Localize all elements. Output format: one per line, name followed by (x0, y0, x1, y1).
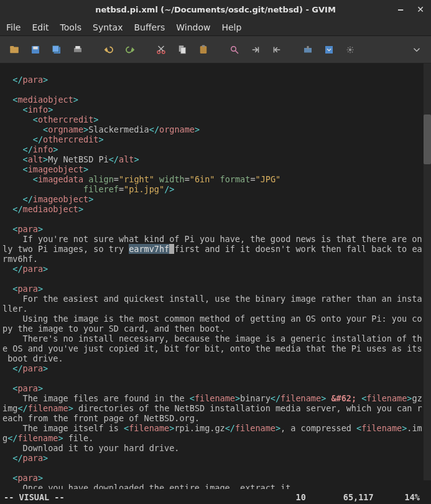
paste-icon[interactable] (195, 42, 211, 58)
menubar: File Edit Tools Syntax Buffers Window He… (0, 19, 431, 36)
window-title: netbsd.pi.xml (~/Documents/osdc.git/netb… (5, 5, 426, 14)
scrollbar-thumb[interactable] (424, 114, 431, 164)
menu-tools[interactable]: Tools (60, 22, 82, 32)
save-session-icon[interactable] (321, 42, 337, 58)
undo-icon[interactable] (101, 42, 117, 58)
redo-icon[interactable] (122, 42, 138, 58)
menu-file[interactable]: File (6, 22, 21, 32)
toolbar-dropdown-icon[interactable] (409, 42, 425, 58)
open-file-icon[interactable] (6, 42, 22, 58)
window-controls: ‒ ✕ (396, 5, 425, 14)
svg-rect-5 (52, 45, 59, 52)
svg-point-14 (231, 46, 236, 51)
menu-help[interactable]: Help (221, 22, 241, 32)
svg-rect-16 (325, 46, 333, 54)
cut-icon[interactable] (153, 42, 169, 58)
close-button[interactable]: ✕ (416, 5, 425, 14)
menu-edit[interactable]: Edit (32, 22, 49, 32)
menu-buffers[interactable]: Buffers (134, 22, 165, 32)
svg-point-17 (349, 48, 352, 51)
editor-area[interactable]: </para> <mediaobject> <info> <othercredi… (0, 63, 431, 489)
run-script-icon[interactable] (342, 42, 358, 58)
save-icon[interactable] (27, 42, 44, 58)
statusbar: -- VISUAL -- 10 65,117 14% (0, 490, 424, 504)
svg-rect-13 (202, 45, 205, 47)
find-next-icon[interactable] (248, 42, 264, 58)
print-icon[interactable] (70, 42, 86, 58)
svg-rect-1 (10, 46, 14, 48)
copy-icon[interactable] (174, 42, 190, 58)
titlebar: netbsd.pi.xml (~/Documents/osdc.git/netb… (0, 0, 431, 19)
find-replace-icon[interactable] (226, 42, 243, 58)
svg-rect-3 (33, 46, 38, 49)
status-percent: 14% (405, 492, 420, 502)
status-count: 10 (296, 492, 306, 502)
toolbar (0, 36, 431, 63)
svg-rect-11 (181, 47, 186, 54)
find-prev-icon[interactable] (269, 42, 285, 58)
status-mode: -- VISUAL -- (4, 492, 296, 502)
scrollbar[interactable] (424, 63, 431, 480)
save-all-icon[interactable] (49, 42, 65, 58)
svg-rect-12 (200, 46, 207, 54)
visual-selection: earmv7hf (129, 244, 169, 254)
menu-window[interactable]: Window (176, 22, 210, 32)
minimize-button[interactable]: ‒ (396, 5, 405, 14)
status-position: 65,117 (343, 492, 374, 502)
svg-rect-7 (75, 46, 80, 49)
menu-syntax[interactable]: Syntax (93, 22, 123, 32)
load-session-icon[interactable] (300, 42, 316, 58)
